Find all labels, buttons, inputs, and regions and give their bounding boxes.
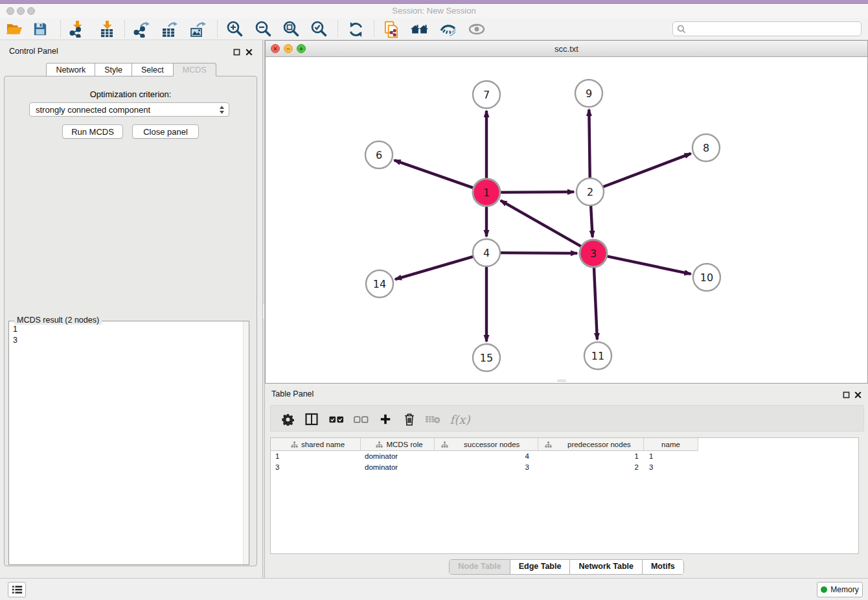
import-network-button[interactable] <box>68 20 86 38</box>
node-2[interactable]: 2 <box>577 178 604 205</box>
close-table-panel-button[interactable] <box>853 390 862 399</box>
apply-layout-button[interactable] <box>347 20 365 38</box>
network-canvas[interactable]: 7968124314101511 <box>266 57 867 383</box>
node-11[interactable]: 11 <box>584 342 611 369</box>
svg-text:14: 14 <box>373 278 386 290</box>
run-mcds-button[interactable]: Run MCDS <box>62 124 123 139</box>
clone-network-button[interactable] <box>382 20 400 38</box>
edge-2-8[interactable] <box>603 154 691 187</box>
hierarchy-icon <box>376 441 383 448</box>
node-9[interactable]: 9 <box>575 80 602 107</box>
network-window-titlebar[interactable]: × − + scc.txt <box>266 41 867 57</box>
splitter-grip[interactable] <box>263 303 264 320</box>
column-header-shared-name[interactable]: shared name <box>271 438 361 451</box>
column-header-successor-nodes[interactable]: successor nodes <box>435 438 538 451</box>
export-network-icon <box>133 21 150 38</box>
export-table-button[interactable] <box>160 20 178 38</box>
edge-2-3[interactable] <box>591 205 593 237</box>
tab-edge-table[interactable]: Edge Table <box>510 560 571 574</box>
window-title: Session: New Session <box>0 4 868 18</box>
network-title: scc.txt <box>266 41 867 57</box>
zoom-selected-button[interactable] <box>310 20 328 38</box>
delete-column-button[interactable] <box>400 410 418 428</box>
zoom-in-button[interactable] <box>225 20 244 38</box>
svg-text:8: 8 <box>703 142 709 154</box>
optimization-criterion-label: Optimization criterion: <box>5 89 257 99</box>
select-all-columns-button[interactable] <box>327 410 345 428</box>
import-network-icon <box>69 21 86 38</box>
table-toolbar: f(x) <box>270 405 864 432</box>
float-table-panel-button[interactable] <box>841 390 851 399</box>
edge-1-6[interactable] <box>394 160 474 188</box>
save-session-button[interactable] <box>31 20 49 38</box>
tab-style[interactable]: Style <box>95 63 131 76</box>
close-panel-button[interactable] <box>244 47 253 56</box>
plus-icon <box>380 413 391 425</box>
close-panel-button-mcds[interactable]: Close panel <box>132 124 199 139</box>
node-8[interactable]: 8 <box>692 134 720 161</box>
criterion-select[interactable]: strongly connected component <box>29 102 229 117</box>
column-header-mcds-role[interactable]: MCDS role <box>361 438 435 451</box>
node-7[interactable]: 7 <box>473 81 500 108</box>
zoom-out-button[interactable] <box>254 20 272 38</box>
tab-select[interactable]: Select <box>131 63 173 76</box>
zoom-fit-button[interactable] <box>282 20 300 38</box>
mcds-result-text[interactable]: 13 <box>13 324 240 346</box>
svg-text:6: 6 <box>376 149 382 161</box>
node-14[interactable]: 14 <box>366 270 393 297</box>
search-field[interactable] <box>672 21 862 36</box>
table-row[interactable]: 1dominator411 <box>271 451 858 462</box>
export-image-button[interactable] <box>188 20 207 38</box>
edge-3-11[interactable] <box>594 267 597 340</box>
svg-text:7: 7 <box>483 89 490 101</box>
zoom-out-icon <box>255 21 271 38</box>
mcds-result-group: MCDS result (2 nodes) 13 <box>8 321 249 565</box>
column-header-predecessor-nodes[interactable]: predecessor nodes <box>538 438 644 451</box>
edge-2-9[interactable] <box>589 110 589 178</box>
edge-4-14[interactable] <box>395 257 474 279</box>
node-15[interactable]: 15 <box>473 344 500 371</box>
tab-mcds[interactable]: MCDS <box>173 63 216 76</box>
deselect-all-columns-button[interactable] <box>352 410 370 428</box>
table-options-button[interactable] <box>279 410 297 428</box>
edge-4-3[interactable] <box>500 253 577 253</box>
result-scrollbar[interactable] <box>243 321 249 564</box>
tab-motifs[interactable]: Motifs <box>643 560 683 574</box>
zoom-in-icon <box>226 21 243 38</box>
toolbar-separator <box>124 21 125 38</box>
node-3[interactable]: 3 <box>580 240 607 267</box>
header-filler <box>698 438 858 451</box>
column-header-name[interactable]: name <box>644 438 698 451</box>
column-view-button[interactable] <box>303 410 321 428</box>
edge-3-10[interactable] <box>607 256 691 273</box>
hierarchy-icon <box>291 441 298 448</box>
node-1[interactable]: 1 <box>473 179 500 206</box>
node-6[interactable]: 6 <box>365 141 393 168</box>
function-builder-button[interactable]: f(x) <box>447 410 473 428</box>
tab-network-table[interactable]: Network Table <box>570 560 643 574</box>
tab-node-table[interactable]: Node Table <box>450 560 510 574</box>
export-network-button[interactable] <box>132 20 150 38</box>
canvas-resize-grip[interactable] <box>557 380 566 382</box>
go-home-button[interactable] <box>411 20 429 38</box>
show-graphics-details-button[interactable] <box>468 20 486 38</box>
tab-network[interactable]: Network <box>46 63 95 76</box>
float-panel-button[interactable] <box>232 47 241 56</box>
import-table-button[interactable] <box>98 20 116 38</box>
fx-icon: f(x) <box>450 413 470 426</box>
add-column-button[interactable] <box>376 410 394 428</box>
node-10[interactable]: 10 <box>693 264 720 291</box>
hide-graphics-details-button[interactable] <box>439 20 457 38</box>
edge-1-2[interactable] <box>500 192 574 192</box>
float-window-icon <box>843 391 850 398</box>
task-history-button[interactable] <box>8 582 26 597</box>
close-icon <box>246 49 253 56</box>
open-session-button[interactable] <box>5 20 23 38</box>
node-4[interactable]: 4 <box>473 239 500 266</box>
table-header-row: shared name MCDS role successor nodes pr… <box>271 438 858 451</box>
delete-table-button[interactable] <box>424 410 442 428</box>
memory-button[interactable]: Memory <box>817 582 863 597</box>
table-row[interactable]: 3dominator323 <box>271 462 858 473</box>
network-graph[interactable]: 7968124314101511 <box>266 57 867 383</box>
edge-3-1[interactable] <box>501 200 582 246</box>
